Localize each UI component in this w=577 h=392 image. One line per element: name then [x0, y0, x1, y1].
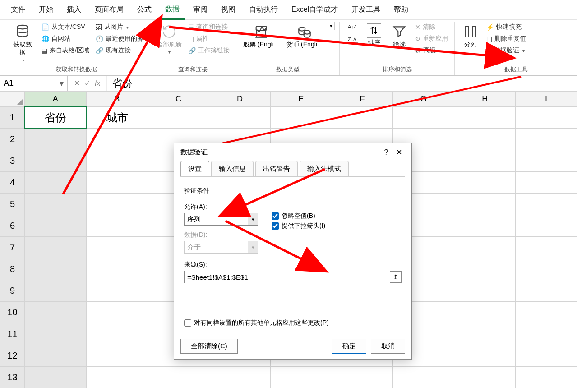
tab-review[interactable]: 审阅 — [188, 0, 213, 19]
col-header-H[interactable]: H — [454, 92, 516, 107]
row-header-1[interactable]: 1 — [0, 107, 25, 129]
col-header-E[interactable]: E — [270, 92, 332, 107]
tab-home[interactable]: 开始 — [33, 0, 59, 19]
cell-C1[interactable] — [148, 107, 209, 129]
help-button[interactable]: ? — [380, 148, 392, 157]
row-header-7[interactable]: 7 — [0, 237, 25, 258]
cell-A9[interactable] — [24, 280, 86, 302]
queries-connections-button[interactable]: ☰查询和连接 — [186, 22, 231, 32]
cell-H13[interactable] — [454, 367, 516, 388]
dialog-tab-ime-mode[interactable]: 输入法模式 — [300, 161, 349, 176]
cell-H2[interactable] — [454, 129, 516, 150]
cell-I12[interactable] — [516, 345, 577, 367]
col-header-C[interactable]: C — [148, 92, 209, 107]
cancel-icon[interactable]: ✕ — [74, 79, 80, 88]
row-header-12[interactable]: 12 — [0, 345, 25, 367]
flash-fill-button[interactable]: ⚡快速填充 — [485, 22, 528, 32]
row-header-9[interactable]: 9 — [0, 280, 25, 302]
refresh-all-button[interactable]: 全部刷新 ▾ — [155, 22, 184, 56]
cell-D1[interactable] — [209, 107, 271, 129]
enter-icon[interactable]: ✓ — [84, 79, 90, 88]
existing-connections-button[interactable]: 🔗现有连接 — [94, 45, 145, 56]
from-text-csv-button[interactable]: 📄从文本/CSV — [40, 22, 91, 32]
row-header-2[interactable]: 2 — [0, 129, 25, 150]
col-header-G[interactable]: G — [393, 92, 454, 107]
select-all-corner[interactable] — [0, 92, 25, 107]
ok-button[interactable]: 确定 — [332, 339, 366, 354]
clear-all-button[interactable]: 全部清除(C) — [180, 339, 238, 354]
cell-I13[interactable] — [516, 367, 577, 388]
sort-button[interactable]: ⇅ 排序 — [363, 22, 385, 49]
col-header-D[interactable]: D — [209, 92, 271, 107]
fx-icon[interactable]: fx — [95, 79, 100, 88]
cell-B2[interactable] — [86, 129, 148, 150]
cell-G13[interactable] — [393, 367, 454, 388]
recent-sources-button[interactable]: 🕘最近使用的源 — [94, 33, 145, 44]
stocks-button[interactable]: 股票 (Engli... — [241, 22, 282, 51]
cell-I3[interactable] — [516, 150, 577, 172]
cell-D13[interactable] — [209, 367, 271, 388]
formula-input[interactable]: 省份 — [107, 77, 577, 90]
dialog-tab-settings[interactable]: 设置 — [180, 161, 209, 176]
tab-formulas[interactable]: 公式 — [132, 0, 157, 19]
chevron-down-icon[interactable]: ▾ — [328, 22, 335, 30]
chevron-down-icon[interactable]: ▾ — [60, 78, 64, 88]
cell-A1[interactable]: 省份 — [24, 107, 86, 129]
cell-H9[interactable] — [454, 280, 516, 302]
cell-B5[interactable] — [86, 194, 148, 215]
row-header-4[interactable]: 4 — [0, 172, 25, 194]
cell-F13[interactable] — [332, 367, 393, 388]
cell-E1[interactable] — [270, 107, 332, 129]
row-header-10[interactable]: 10 — [0, 302, 25, 323]
tab-layout[interactable]: 页面布局 — [89, 0, 129, 19]
cell-E13[interactable] — [270, 367, 332, 388]
cell-A11[interactable] — [24, 323, 86, 345]
close-button[interactable]: ✕ — [392, 148, 405, 157]
cell-H4[interactable] — [454, 172, 516, 194]
cell-A8[interactable] — [24, 258, 86, 280]
col-header-I[interactable]: I — [516, 92, 577, 107]
allow-select[interactable]: 序列 ▾ — [184, 213, 258, 226]
cell-H8[interactable] — [454, 258, 516, 280]
cell-B6[interactable] — [86, 215, 148, 237]
cell-A13[interactable] — [24, 367, 86, 388]
get-data-button[interactable]: 获取数 据 ▾ — [8, 22, 37, 65]
cell-B7[interactable] — [86, 237, 148, 258]
name-box[interactable]: A1 ▾ — [0, 76, 68, 91]
text-to-columns-button[interactable]: 分列 — [459, 22, 482, 51]
cell-C13[interactable] — [148, 367, 209, 388]
cell-H1[interactable] — [454, 107, 516, 129]
cell-B10[interactable] — [86, 302, 148, 323]
cell-H12[interactable] — [454, 345, 516, 367]
apply-all-checkbox[interactable]: 对有同样设置的所有其他单元格应用这些更改(P) — [184, 319, 329, 327]
sort-desc-button[interactable]: Z↓A — [344, 34, 360, 44]
dialog-tab-error-alert[interactable]: 出错警告 — [255, 161, 298, 176]
sort-asc-button[interactable]: A↓Z — [344, 22, 360, 32]
col-header-B[interactable]: B — [86, 92, 148, 107]
cell-I9[interactable] — [516, 280, 577, 302]
cell-H3[interactable] — [454, 150, 516, 172]
cell-B1[interactable]: 城市 — [86, 107, 148, 129]
col-header-F[interactable]: F — [332, 92, 393, 107]
cell-I5[interactable] — [516, 194, 577, 215]
cell-I1[interactable] — [516, 107, 577, 129]
tab-view[interactable]: 视图 — [216, 0, 241, 19]
row-header-3[interactable]: 3 — [0, 150, 25, 172]
cell-I11[interactable] — [516, 323, 577, 345]
remove-duplicates-button[interactable]: ▤删除重复值 — [485, 33, 528, 44]
cell-I7[interactable] — [516, 237, 577, 258]
cell-I4[interactable] — [516, 172, 577, 194]
row-header-5[interactable]: 5 — [0, 194, 25, 215]
in-cell-dropdown-input[interactable] — [272, 222, 279, 230]
cell-B11[interactable] — [86, 323, 148, 345]
cell-B12[interactable] — [86, 345, 148, 367]
from-table-button[interactable]: ▦来自表格/区域 — [40, 45, 91, 56]
dialog-tab-input-message[interactable]: 输入信息 — [211, 161, 254, 176]
cell-A4[interactable] — [24, 172, 86, 194]
in-cell-dropdown-checkbox[interactable]: 提供下拉箭头(I) — [272, 222, 325, 230]
ignore-blank-checkbox[interactable]: 忽略空值(B) — [272, 212, 325, 220]
tab-custom1[interactable]: Excel自学成才 — [286, 0, 343, 19]
currency-button[interactable]: 货币 (Engli... — [284, 22, 325, 51]
cell-A2[interactable] — [24, 129, 86, 150]
tab-data[interactable]: 数据 — [160, 0, 185, 20]
